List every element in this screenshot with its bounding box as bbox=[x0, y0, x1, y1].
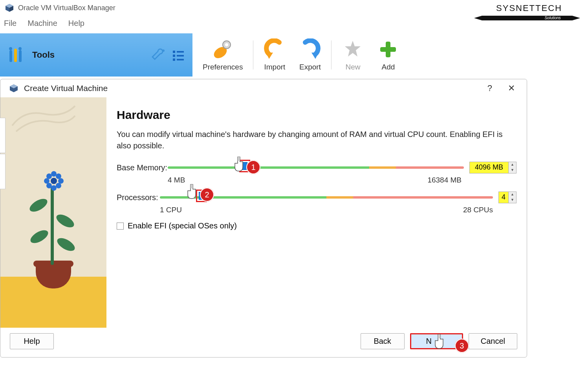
svg-rect-3 bbox=[9, 50, 12, 62]
toolbar-export[interactable]: Export bbox=[296, 38, 324, 71]
svg-marker-19 bbox=[311, 53, 319, 59]
spin-down-icon[interactable]: ▼ bbox=[509, 197, 516, 203]
svg-rect-14 bbox=[177, 59, 184, 60]
toolbar-separator bbox=[253, 40, 253, 69]
toolbar-preferences[interactable]: Preferences bbox=[200, 38, 246, 71]
efi-checkbox[interactable] bbox=[117, 223, 124, 230]
spin-up-icon[interactable]: ▲ bbox=[509, 192, 516, 197]
watermark: SYSNETTECH Solutions bbox=[474, 2, 584, 24]
virtualbox-icon bbox=[9, 84, 18, 93]
svg-point-28 bbox=[58, 178, 64, 184]
list-icon[interactable] bbox=[170, 47, 185, 62]
toolbar-import[interactable]: Import bbox=[260, 38, 289, 71]
svg-marker-38 bbox=[474, 16, 580, 20]
svg-rect-10 bbox=[177, 51, 184, 53]
tools-icon bbox=[7, 46, 26, 64]
spin-down-icon[interactable]: ▼ bbox=[509, 168, 516, 173]
dialog-content: Hardware You can modify virtual machine'… bbox=[106, 97, 527, 328]
dialog-help-icon[interactable]: ? bbox=[480, 83, 499, 93]
toolbar-actions: Preferences Import Export New Add bbox=[192, 33, 588, 77]
svg-text:SYSNETTECH: SYSNETTECH bbox=[496, 3, 562, 13]
svg-point-31 bbox=[46, 183, 52, 188]
edge-stub bbox=[0, 154, 5, 189]
wrench-icon[interactable] bbox=[152, 47, 167, 62]
svg-marker-18 bbox=[266, 53, 273, 59]
dialog-title: Create Virtual Machine bbox=[24, 84, 108, 93]
next-button[interactable]: Next N 3 bbox=[410, 333, 463, 349]
edge-stub bbox=[0, 118, 5, 153]
back-button[interactable]: Back bbox=[361, 333, 405, 349]
memory-max-label: 16384 MB bbox=[427, 176, 462, 184]
svg-point-29 bbox=[46, 173, 52, 179]
svg-rect-35 bbox=[191, 184, 193, 188]
cancel-button[interactable]: Cancel bbox=[469, 333, 517, 349]
memory-label: Base Memory: bbox=[117, 163, 168, 172]
svg-point-7 bbox=[18, 47, 22, 50]
virtualbox-icon bbox=[5, 3, 14, 13]
help-button[interactable]: Help bbox=[10, 333, 54, 349]
efi-label: Enable EFI (special OSes only) bbox=[128, 221, 237, 230]
menu-help[interactable]: Help bbox=[68, 19, 84, 28]
menu-file[interactable]: File bbox=[4, 19, 16, 28]
annotation-badge-2: 2 bbox=[200, 188, 214, 202]
toolbar-row: Tools Preferences Import Export bbox=[0, 33, 588, 77]
menu-machine[interactable]: Machine bbox=[27, 19, 57, 28]
new-icon bbox=[342, 38, 364, 60]
cursor-icon bbox=[432, 333, 446, 349]
svg-point-8 bbox=[162, 49, 165, 52]
dialog-heading: Hardware bbox=[117, 108, 517, 122]
svg-rect-5 bbox=[19, 50, 22, 62]
svg-rect-4 bbox=[14, 49, 17, 62]
processor-min-label: 1 CPU bbox=[160, 206, 182, 214]
svg-rect-12 bbox=[177, 55, 184, 57]
svg-point-26 bbox=[51, 185, 57, 191]
dialog-close-icon[interactable]: ✕ bbox=[505, 83, 518, 93]
spin-up-icon[interactable]: ▲ bbox=[509, 162, 516, 168]
svg-rect-13 bbox=[173, 58, 175, 61]
dialog-description: You can modify virtual machine's hardwar… bbox=[117, 129, 517, 151]
tools-tab[interactable]: Tools bbox=[0, 33, 192, 77]
processor-label: Processors: bbox=[117, 193, 160, 202]
toolbar-separator-2 bbox=[331, 40, 332, 69]
svg-point-32 bbox=[56, 183, 61, 188]
create-vm-dialog: Create Virtual Machine ? ✕ Hardware You … bbox=[0, 79, 527, 358]
processor-spinbox[interactable]: 4 ▲▼ bbox=[498, 192, 517, 203]
window-title: Oracle VM VirtualBox Manager bbox=[18, 4, 115, 12]
dialog-illustration bbox=[0, 97, 106, 328]
memory-slider[interactable] bbox=[168, 163, 464, 172]
svg-point-25 bbox=[51, 171, 57, 177]
svg-point-17 bbox=[225, 43, 228, 46]
svg-point-6 bbox=[9, 47, 12, 50]
svg-rect-9 bbox=[173, 51, 175, 53]
processor-value: 4 bbox=[499, 192, 508, 203]
toolbar-new: New bbox=[339, 38, 367, 71]
memory-spinbox[interactable]: 4096 MB ▲▼ bbox=[469, 162, 517, 173]
dialog-titlebar: Create Virtual Machine ? ✕ bbox=[0, 79, 527, 97]
export-icon bbox=[299, 38, 321, 60]
svg-rect-11 bbox=[173, 55, 175, 57]
svg-rect-22 bbox=[380, 47, 396, 52]
processor-max-label: 28 CPUs bbox=[463, 206, 493, 214]
annotation-badge-1: 1 bbox=[246, 160, 260, 174]
memory-min-label: 4 MB bbox=[168, 176, 185, 184]
efi-checkbox-row[interactable]: Enable EFI (special OSes only) bbox=[117, 221, 517, 230]
import-icon bbox=[264, 38, 286, 60]
toolbar-add[interactable]: Add bbox=[374, 38, 402, 71]
add-icon bbox=[377, 38, 399, 60]
tools-label: Tools bbox=[32, 50, 55, 60]
svg-text:Solutions: Solutions bbox=[544, 16, 561, 20]
annotation-badge-3: 3 bbox=[455, 339, 469, 353]
svg-point-33 bbox=[51, 178, 57, 184]
svg-marker-20 bbox=[345, 41, 361, 57]
memory-value: 4096 MB bbox=[470, 162, 508, 173]
preferences-icon bbox=[212, 38, 234, 60]
dialog-footer: Help Back Next N 3 Cancel bbox=[0, 328, 527, 357]
svg-point-30 bbox=[56, 173, 61, 179]
svg-rect-36 bbox=[438, 334, 440, 338]
svg-point-27 bbox=[44, 178, 49, 184]
